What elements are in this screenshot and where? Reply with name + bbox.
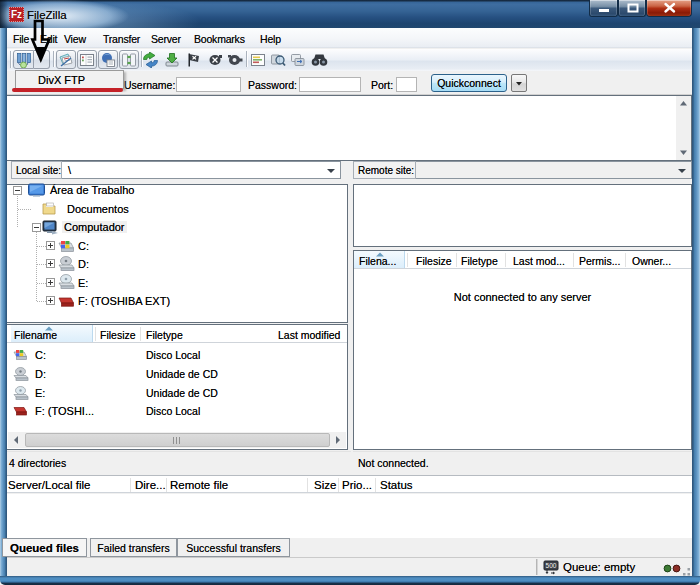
svg-text:500: 500 — [546, 562, 557, 569]
